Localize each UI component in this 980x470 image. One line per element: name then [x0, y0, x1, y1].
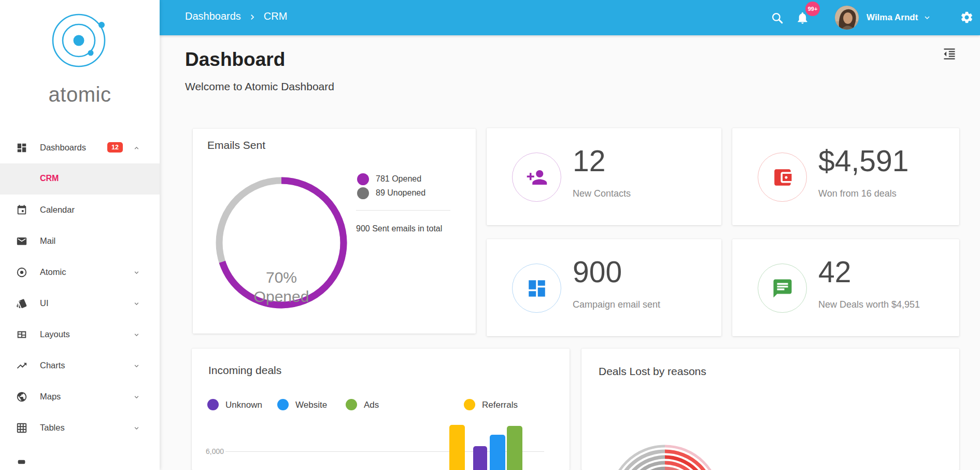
sidebar-item-label: Tables [40, 423, 65, 433]
emails-sent-card: Emails Sent 70% Opened 781 Opened 89 Uno… [193, 129, 476, 334]
sidebar-item-mail[interactable]: Mail [0, 226, 160, 257]
bar-website [490, 435, 505, 470]
legend-item: 89 Unopened [357, 187, 425, 199]
stat-value: 42 [818, 255, 851, 289]
legend-dot-referrals [464, 399, 475, 410]
breadcrumb-current[interactable]: CRM [264, 10, 288, 22]
notifications-badge[interactable]: 99+ [805, 2, 820, 16]
legend-label: Ads [364, 400, 379, 410]
sidebar-item-tables[interactable]: Tables [0, 412, 160, 444]
chevron-down-icon [133, 269, 140, 277]
sidebar-nav: Dashboards12CRMCalendarMailAtomicUILayou… [0, 132, 160, 470]
gear-icon[interactable] [960, 10, 974, 24]
deals-lost-card: Deals Lost by reasons [581, 349, 959, 470]
user-name[interactable]: Wilma Arndt [867, 12, 918, 23]
sidebar-item-maps[interactable]: Maps [0, 381, 160, 412]
divider [356, 210, 450, 211]
card-title: Incoming deals [208, 364, 281, 377]
person-add-icon [512, 153, 561, 202]
sidebar-item-calendar[interactable]: Calendar [0, 195, 160, 226]
sidebar-item-label: CRM [40, 174, 59, 183]
sidebar-item-crm[interactable]: CRM [0, 163, 160, 195]
chevron-down-icon [133, 300, 140, 308]
stat-label: Won from 16 deals [818, 188, 897, 199]
legend-label: Unknown [225, 400, 262, 410]
sidebar-item-label: Dashboards [40, 143, 86, 153]
stat-card-campaign-emails: 900 Campaign email sent [487, 239, 721, 336]
topbar: Dashboards CRM 99+ Wilma Arndt [160, 0, 980, 35]
legend-dot-ads [346, 399, 357, 410]
dashboard-grid-icon [16, 142, 27, 154]
stat-label: New Deals worth $4,951 [818, 299, 920, 310]
stat-value: $4,591 [818, 144, 908, 178]
stat-card-new-contacts: 12 New Contacts [487, 128, 721, 225]
donut-center-label: Opened [224, 287, 338, 306]
stat-value: 12 [573, 144, 605, 178]
sidebar-item-ui[interactable]: UI [0, 288, 160, 319]
chart-icon [16, 360, 27, 371]
page-subtitle: Welcome to Atomic Dashboard [185, 80, 334, 93]
donut-center-value: 70% [224, 268, 338, 287]
legend-label: Referrals [482, 400, 518, 410]
breadcrumb: Dashboards CRM [185, 10, 287, 22]
chevron-down-icon [133, 393, 140, 401]
legend-dot-unopened [357, 187, 369, 199]
stat-card-won-deals: $4,591 Won from 16 deals [732, 128, 959, 225]
card-title: Deals Lost by reasons [599, 365, 706, 378]
page-title: Dashboard [185, 49, 285, 71]
chat-icon [758, 264, 807, 313]
wallet-icon [758, 153, 807, 202]
stat-label: Campaign email sent [573, 299, 660, 310]
bar-referrals [449, 425, 465, 470]
emails-total-note: 900 Sent emails in total [356, 224, 442, 233]
legend-label: 89 Unopened [376, 188, 425, 198]
sidebar-item-label: Calendar [40, 205, 75, 215]
legend-dot-unknown [207, 399, 219, 410]
search-icon[interactable] [771, 11, 784, 24]
chevron-right-icon [247, 11, 258, 22]
logo-text: atomic [0, 83, 160, 106]
axis-tick-label: 6,000 [199, 447, 224, 455]
mail-icon [16, 236, 27, 247]
dashboard-icon [512, 264, 561, 313]
chevron-up-icon [133, 144, 140, 152]
indent-decrease-icon[interactable] [942, 47, 957, 61]
sidebar-badge: 12 [107, 142, 123, 153]
legend-item: 781 Opened [357, 173, 421, 185]
sidebar-item-label: Mail [40, 236, 55, 246]
chevron-down-icon [133, 424, 140, 432]
chevron-down-icon [133, 331, 140, 339]
sidebar-item-label: Charts [40, 361, 65, 370]
card-title: Emails Sent [207, 139, 265, 151]
avatar[interactable] [835, 6, 859, 30]
style-icon [16, 298, 27, 309]
stat-card-new-deals: 42 New Deals worth $4,951 [732, 239, 959, 336]
sidebar-item-label: Atomic [40, 267, 66, 277]
bar-ads [507, 426, 522, 470]
sidebar-item-label: Layouts [40, 329, 70, 339]
deals-lost-radial-chart [579, 415, 750, 470]
incoming-deals-card: Incoming deals UnknownWebsiteAdsReferral… [192, 349, 570, 470]
sidebar-item-label: UI [40, 298, 49, 308]
legend-dot-website [277, 399, 289, 410]
atom-logo-icon [44, 8, 116, 80]
sidebar-item-dashboards[interactable]: Dashboards12 [0, 132, 160, 163]
legend-label: Website [295, 400, 327, 410]
sidebar-item-layouts[interactable]: Layouts [0, 319, 160, 350]
table-icon [16, 422, 27, 434]
layout-icon [16, 329, 27, 340]
legend-dot-opened [357, 173, 369, 185]
sidebar-item-partial[interactable] [0, 444, 160, 470]
stat-value: 900 [573, 255, 622, 289]
sidebar-item-charts[interactable]: Charts [0, 350, 160, 381]
partial-icon [16, 453, 27, 465]
legend-label: 781 Opened [376, 174, 421, 184]
stat-label: New Contacts [573, 188, 631, 199]
breadcrumb-parent[interactable]: Dashboards [185, 10, 241, 22]
sidebar-item-label: Maps [40, 392, 61, 402]
sidebar-item-atomic[interactable]: Atomic [0, 257, 160, 288]
atom-icon [16, 267, 27, 278]
app-logo[interactable]: atomic [0, 0, 160, 106]
chevron-down-icon[interactable] [922, 13, 932, 22]
globe-icon [16, 391, 27, 403]
